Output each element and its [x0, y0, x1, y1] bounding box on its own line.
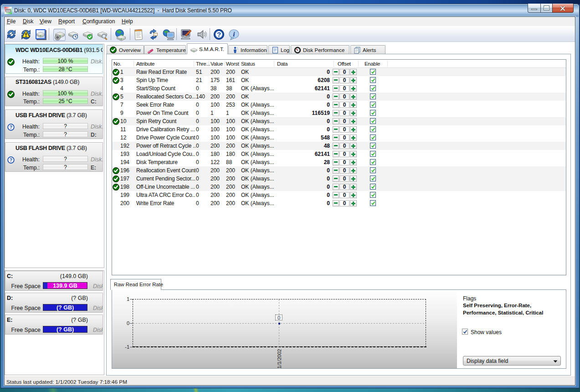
svg-text:?: ?: [217, 31, 221, 38]
svg-text:i: i: [233, 30, 235, 38]
